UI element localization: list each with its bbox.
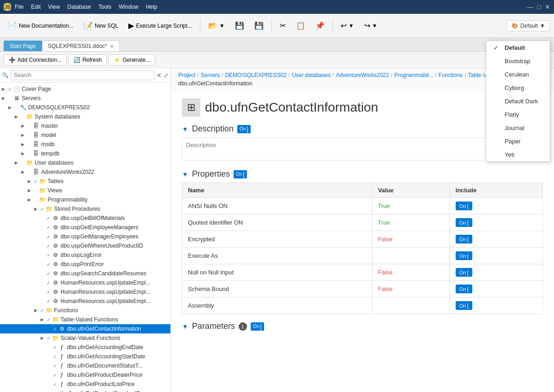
- properties-toggle[interactable]: ▼: [182, 171, 188, 178]
- tree-item-servers[interactable]: ▶🖥Servers: [0, 94, 170, 103]
- tree-item-svf[interactable]: ▶✓📁Scalar-Valued Functions: [0, 333, 170, 343]
- theme-option-yeti[interactable]: Yeti: [486, 148, 550, 161]
- generate-button[interactable]: ⚡ Generate...: [108, 54, 155, 65]
- tree-item-fn5[interactable]: ✓ƒdbo.ufnGetProductListPrice: [0, 380, 170, 389]
- tree-item-tables[interactable]: ▶✓📁Tables: [0, 177, 170, 186]
- breadcrumb-server[interactable]: DEMO\SQLEXPRESS02: [225, 72, 286, 78]
- tree-label-sp2: dbo.uspGetEmployeeManagers: [60, 224, 138, 231]
- theme-option-cyborg[interactable]: Cyborg: [486, 81, 550, 95]
- breadcrumb-aw2022[interactable]: AdventureWorks2022: [336, 72, 389, 78]
- include-on-button-3[interactable]: On: [456, 251, 472, 260]
- tree-item-sp9[interactable]: ✓⚙HumanResources.uspUpdateEmpl...: [0, 287, 170, 297]
- theme-option-paper[interactable]: Paper: [486, 135, 550, 148]
- include-on-button-2[interactable]: On: [456, 235, 472, 244]
- save-all-button[interactable]: 💾: [250, 19, 268, 32]
- add-connection-button[interactable]: ➕ Add Connection...: [4, 54, 66, 65]
- tab-close-icon[interactable]: ✕: [110, 44, 114, 49]
- theme-option-journal[interactable]: Journal: [486, 121, 550, 135]
- tree-item-sp7[interactable]: ✓⚙dbo.uspSearchCandidateResumes: [0, 269, 170, 278]
- maximize-button[interactable]: □: [537, 3, 541, 11]
- minimize-button[interactable]: —: [527, 3, 534, 11]
- breadcrumb-functions[interactable]: Functions: [439, 72, 463, 78]
- tree-item-sp5[interactable]: ✓⚙dbo.uspLogError: [0, 250, 170, 260]
- undo-button[interactable]: ↩ ▼: [337, 19, 358, 32]
- clear-search-icon[interactable]: ✕: [157, 72, 162, 79]
- tree-item-sp4[interactable]: ✓⚙dbo.uspGetWhereUsedProductID: [0, 241, 170, 250]
- tree-item-sp3[interactable]: ✓⚙dbo.uspGetManagerEmployees: [0, 232, 170, 241]
- execute-large-script-button[interactable]: ▶ Execute Large Script...: [124, 19, 196, 32]
- tree-label-sp4: dbo.uspGetWhereUsedProductID: [60, 243, 143, 249]
- properties-on-badge[interactable]: On: [234, 170, 247, 178]
- menu-view[interactable]: View: [48, 4, 60, 10]
- menu-edit[interactable]: Edit: [31, 4, 41, 10]
- menu-window[interactable]: Window: [119, 4, 138, 10]
- tree-arrow-user-dbs: ▶: [13, 160, 19, 165]
- include-on-button-6[interactable]: On: [456, 301, 472, 310]
- theme-button[interactable]: 🎨 Default ▼: [506, 20, 550, 31]
- new-sql-button[interactable]: 📝 New SQL: [79, 19, 122, 32]
- menu-database[interactable]: Database: [67, 4, 91, 10]
- tree-item-sys-dbs[interactable]: ▶📁System databases: [0, 112, 170, 121]
- close-button[interactable]: ✕: [545, 3, 550, 11]
- table-row: Null on Null InputFalseOn: [182, 264, 543, 281]
- refresh-button[interactable]: 🔄 Refresh: [68, 54, 107, 65]
- breadcrumb-programmability[interactable]: Programmabil...: [394, 72, 434, 78]
- menu-help[interactable]: Help: [146, 4, 157, 10]
- redo-button[interactable]: ↪ ▼: [360, 19, 382, 32]
- menu-tools[interactable]: Tools: [98, 4, 111, 10]
- breadcrumb-current[interactable]: dbo.ufnGetContactInformation: [178, 80, 253, 87]
- prop-value-3: [372, 248, 450, 264]
- include-on-button-5[interactable]: On: [456, 285, 472, 293]
- theme-option-default[interactable]: ✓Default: [486, 41, 550, 54]
- save-button[interactable]: 💾: [231, 19, 248, 32]
- tree-item-master[interactable]: ▶🗄master: [0, 121, 170, 131]
- tree-item-demo-server[interactable]: ▶🔧DEMO\SQLEXPRESS02: [0, 103, 170, 112]
- description-on-badge[interactable]: On: [237, 125, 251, 133]
- tree-item-sp1[interactable]: ✓⚙dbo.uspGetBillOfMaterials: [0, 214, 170, 223]
- tree-item-aw2022[interactable]: ▶🗄AdventureWorks2022: [0, 167, 170, 177]
- tree-item-cover[interactable]: ▶✓📄Cover Page: [0, 84, 170, 94]
- tree-item-sp6[interactable]: ✓⚙dbo.uspPrintError: [0, 260, 170, 269]
- include-on-button-4[interactable]: On: [456, 268, 472, 277]
- include-on-button-0[interactable]: On: [456, 202, 472, 210]
- new-documentation-button[interactable]: 📄 New Documentation...: [4, 19, 78, 32]
- tree-item-stored-procs[interactable]: ▶✓📁Stored Procedures: [0, 204, 170, 214]
- search-input[interactable]: [11, 70, 155, 80]
- theme-option-default-dark[interactable]: Default Dark: [486, 95, 550, 108]
- tree-item-model[interactable]: ▶🗄model: [0, 131, 170, 140]
- theme-option-cerulean[interactable]: Cerulean: [486, 68, 550, 81]
- copy-button[interactable]: 📋: [292, 19, 309, 32]
- description-toggle[interactable]: ▼: [182, 125, 188, 133]
- theme-option-flatly[interactable]: Flatly: [486, 108, 550, 121]
- breadcrumb-user-dbs[interactable]: User databases: [292, 72, 331, 78]
- open-button[interactable]: 📂 ▼: [204, 19, 229, 32]
- parameters-on-badge[interactable]: On: [251, 322, 264, 331]
- tree-item-ufn1[interactable]: ✓⚙dbo.ufnGetContactInformation: [0, 324, 170, 333]
- menu-file[interactable]: File: [15, 4, 24, 10]
- tree-item-tempdb[interactable]: ▶🗄tempdb: [0, 149, 170, 158]
- paste-button[interactable]: 📌: [311, 19, 329, 32]
- tree-item-fn6[interactable]: ✓ƒdbo.ufnGetProductStandardC...: [0, 389, 170, 392]
- tree-item-fn2[interactable]: ✓ƒdbo.ufnGetAccountingStartDate: [0, 352, 170, 361]
- tree-item-fn1[interactable]: ✓ƒdbo.ufnGetAccountingEndDate: [0, 343, 170, 352]
- tree-item-programmability[interactable]: ▶📁Programmability: [0, 195, 170, 204]
- tab-start-page[interactable]: Start Page: [4, 41, 42, 51]
- tree-item-tvf[interactable]: ▶✓📁Table-Valued Functions: [0, 315, 170, 324]
- tree-item-sp2[interactable]: ✓⚙dbo.uspGetEmployeeManagers: [0, 223, 170, 232]
- breadcrumb-project[interactable]: Project: [178, 72, 195, 78]
- tree-item-views[interactable]: ▶📁Views: [0, 186, 170, 195]
- tree-item-fn4[interactable]: ✓ƒdbo.ufnGetProductDealerPrice: [0, 370, 170, 380]
- tree-item-msdb[interactable]: ▶🗄msdb: [0, 140, 170, 149]
- breadcrumb-servers[interactable]: Servers: [201, 72, 220, 78]
- tree-item-sp8[interactable]: ✓⚙HumanResources.uspUpdateEmpl...: [0, 278, 170, 287]
- theme-option-bootstrap[interactable]: Bootstrap: [486, 54, 550, 68]
- tree-item-fn3[interactable]: ✓ƒdbo.ufnGetDocumentStatusT...: [0, 361, 170, 370]
- parameters-toggle[interactable]: ▼: [182, 323, 188, 330]
- include-on-button-1[interactable]: On: [456, 218, 472, 227]
- tab-sqlexpress[interactable]: SQLEXPRESS01.ddoc* ✕: [42, 41, 120, 51]
- tree-item-functions[interactable]: ▶✓📁Functions: [0, 306, 170, 315]
- sidebar-expand-icon[interactable]: ⤢: [163, 72, 169, 79]
- cut-button[interactable]: ✂: [276, 19, 290, 32]
- tree-item-sp10[interactable]: ✓⚙HumanResources.uspUpdateEmpl...: [0, 297, 170, 306]
- tree-item-user-dbs[interactable]: ▶📁User databases: [0, 158, 170, 167]
